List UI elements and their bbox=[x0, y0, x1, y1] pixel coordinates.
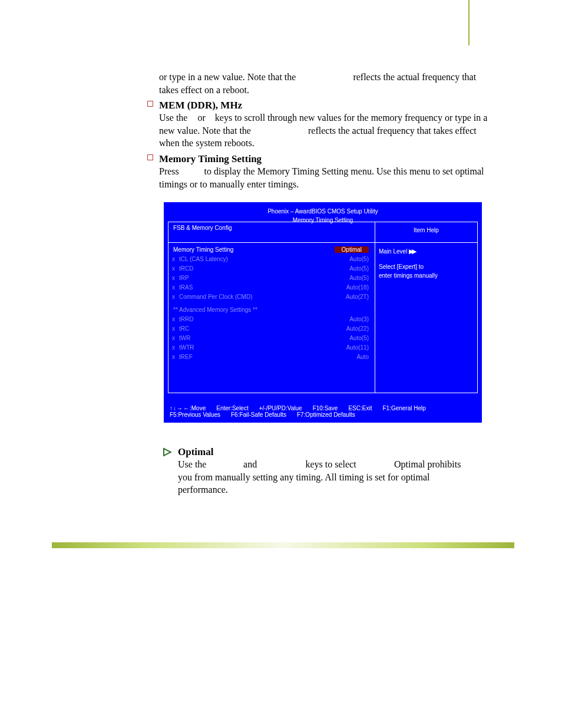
optimal-heading: Optimal bbox=[178, 446, 475, 458]
bios-row: xtRRDAuto(3) bbox=[173, 316, 371, 324]
bios-disabled-x: x bbox=[172, 284, 175, 291]
bios-header: FSB & Memory Config Item Help bbox=[168, 222, 477, 242]
bios-body: Memory Timing SettingOptimalxtCL (CAS La… bbox=[168, 242, 477, 393]
help-line-b: enter timings manually bbox=[379, 271, 474, 280]
bios-row-label: tRRD bbox=[179, 316, 193, 322]
mem-timing-body: Press Enter to display the Memory Timing… bbox=[159, 165, 489, 190]
square-bullet-icon bbox=[147, 101, 153, 107]
bios-row: xtWRAuto(5) bbox=[173, 335, 371, 343]
bios-disabled-x: x bbox=[172, 354, 175, 360]
t: or bbox=[195, 113, 207, 123]
t: Use the bbox=[159, 113, 190, 123]
body-content: or type in a new value. Note that the Cu… bbox=[159, 71, 489, 496]
t: keys to select bbox=[303, 459, 358, 469]
bios-header-left: FSB & Memory Config bbox=[168, 222, 375, 242]
svg-marker-0 bbox=[164, 449, 171, 456]
bios-header-right: Item Help bbox=[375, 222, 477, 242]
t: Press bbox=[159, 166, 181, 176]
bios-row-label: tRP bbox=[179, 275, 189, 281]
bios-row: xCommand Per Clock (CMD)Auto(2T) bbox=[173, 294, 371, 302]
bios-row: xtRCDAuto(5) bbox=[173, 265, 371, 274]
bios-row-value: Optimal bbox=[335, 246, 369, 253]
optimal-body: Use the Page Up and Page Down keys to se… bbox=[178, 458, 475, 496]
bios-help-panel: Main Level ▶▶ Select [Expert] to enter t… bbox=[375, 243, 477, 393]
arrows-icon: ↑↓→← bbox=[170, 405, 190, 411]
bios-row-label: tREF bbox=[179, 354, 193, 360]
bios-frame: FSB & Memory Config Item Help Memory Tim… bbox=[168, 222, 478, 393]
bios-row: xtCL (CAS Latency)Auto(5) bbox=[173, 256, 371, 264]
bios-section-label: ** Advanced Memory Settings ** bbox=[173, 307, 257, 313]
bios-row-value: Auto(5) bbox=[349, 265, 369, 272]
bios-row: xtWTRAuto(11) bbox=[173, 344, 371, 353]
optimal-item: Optimal Use the Page Up and Page Down ke… bbox=[178, 446, 475, 496]
bios-disabled-x: x bbox=[172, 275, 175, 281]
bios-row: xtREFAuto bbox=[173, 354, 371, 362]
bios-header-left-label: FSB & Memory Config bbox=[168, 222, 375, 233]
bios-row-label: tRCD bbox=[179, 265, 193, 272]
mem-ddr-item: MEM (DDR), MHz Use the + or – keys to sc… bbox=[159, 100, 489, 150]
bios-header-right-label: Item Help bbox=[375, 222, 477, 238]
bios-footer-move: ↑↓→←:Move bbox=[170, 405, 206, 411]
t: to display the Memory Timing Setting men… bbox=[159, 166, 484, 189]
bios-row-value: Auto(2T) bbox=[346, 294, 369, 300]
mem-timing-heading: Memory Timing Setting bbox=[159, 153, 489, 165]
bios-disabled-x: x bbox=[172, 256, 175, 262]
chevron-right-icon bbox=[163, 447, 172, 457]
bios-disabled-x: x bbox=[172, 335, 175, 341]
bios-row-label: tRAS bbox=[179, 284, 193, 291]
bios-row-label: tCL (CAS Latency) bbox=[179, 256, 228, 262]
t: and bbox=[241, 459, 259, 469]
t: Optimal. bbox=[359, 459, 392, 469]
bios-disabled-x: x bbox=[172, 294, 175, 300]
bios-row-label: Memory Timing Setting bbox=[173, 246, 233, 253]
bios-disabled-x: x bbox=[172, 344, 175, 351]
intro-paragraph: or type in a new value. Note that the Cu… bbox=[159, 71, 489, 96]
header-right-rule bbox=[468, 0, 470, 45]
bios-row-value: Auto(5) bbox=[349, 256, 369, 262]
bios-disabled-x: x bbox=[172, 325, 175, 332]
intro-ghost: Current Value bbox=[298, 72, 351, 82]
bios-row: ** Advanced Memory Settings ** bbox=[173, 307, 371, 315]
bios-footer-help: F1:General Help bbox=[382, 405, 425, 411]
bios-rows: Memory Timing SettingOptimalxtCL (CAS La… bbox=[168, 243, 375, 393]
mem-ddr-body: Use the + or – keys to scroll through ne… bbox=[159, 111, 489, 150]
t: Page Down bbox=[259, 459, 303, 469]
bios-row-label: tRC bbox=[179, 325, 189, 332]
bios-footer-value: +/-/PU/PD:Value bbox=[259, 405, 302, 411]
t: Current Value bbox=[253, 126, 306, 136]
bios-row-value: Auto(11) bbox=[346, 344, 369, 351]
bios-row-value: Auto(5) bbox=[349, 335, 369, 341]
help-line-a: Select [Expert] to bbox=[379, 262, 474, 271]
bios-row: xtRASAuto(18) bbox=[173, 284, 371, 292]
bios-footer-enter: Enter:Select bbox=[216, 405, 248, 411]
bios-footer-optimized: F7:Optimized Defaults bbox=[297, 411, 355, 418]
square-bullet-icon bbox=[147, 154, 153, 160]
bios-row-value: Auto(18) bbox=[346, 284, 369, 291]
bios-footer-exit: ESC:Exit bbox=[348, 405, 372, 411]
bios-row-label: tWTR bbox=[179, 344, 194, 351]
bios-disabled-x: x bbox=[172, 316, 175, 322]
t: Page Up bbox=[209, 459, 241, 469]
bios-help-text: Main Level ▶▶ Select [Expert] to enter t… bbox=[375, 243, 477, 284]
bios-row: Memory Timing SettingOptimal bbox=[173, 246, 371, 255]
bios-title-line-1: Phoenix – AwardBIOS CMOS Setup Utility bbox=[164, 207, 482, 216]
footer-green-bar bbox=[52, 542, 514, 548]
t: :Move bbox=[190, 405, 206, 411]
help-main-level: Main Level bbox=[379, 248, 407, 255]
fast-forward-icon: ▶▶ bbox=[409, 246, 415, 256]
mem-timing-item: Memory Timing Setting Press Enter to dis… bbox=[159, 153, 489, 190]
t: Use the bbox=[178, 459, 209, 469]
bios-row-label: Command Per Clock (CMD) bbox=[179, 294, 252, 300]
bios-footer-save: F10:Save bbox=[313, 405, 338, 411]
mem-ddr-heading: MEM (DDR), MHz bbox=[159, 100, 489, 111]
bios-footer-failsafe: F6:Fail-Safe Defaults bbox=[231, 411, 286, 418]
t: Enter bbox=[181, 166, 202, 176]
bios-row-value: Auto(5) bbox=[349, 275, 369, 281]
t: – bbox=[208, 113, 213, 123]
bios-screenshot: Phoenix – AwardBIOS CMOS Setup Utility M… bbox=[164, 202, 482, 423]
bios-row: xtRPAuto(5) bbox=[173, 275, 371, 283]
bios-disabled-x: x bbox=[172, 265, 175, 272]
bios-row-value: Auto(3) bbox=[349, 316, 369, 322]
intro-text-a: or type in a new value. Note that the bbox=[159, 72, 298, 82]
bios-row-value: Auto(22) bbox=[346, 325, 369, 332]
